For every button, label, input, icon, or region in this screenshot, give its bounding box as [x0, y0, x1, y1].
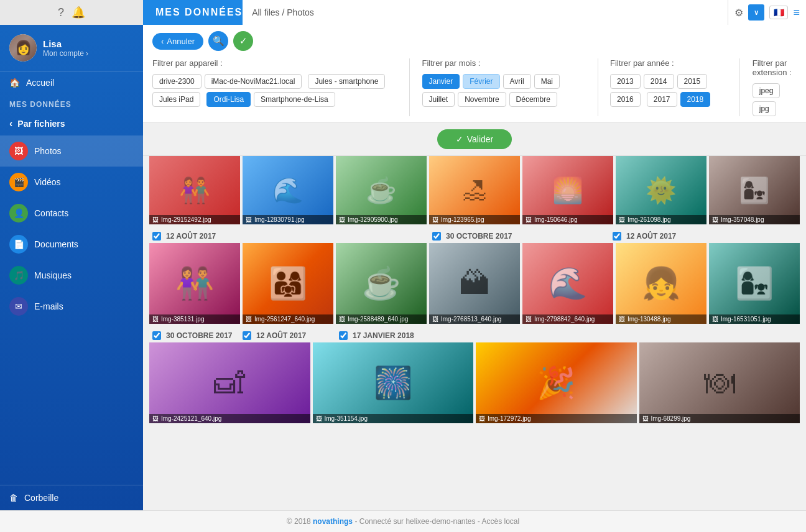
- photo-overlay: 🖼 Img-2798842_640.jpg: [522, 314, 613, 324]
- photo-item[interactable]: ☕ 🖼 Img-32905900.jpg: [336, 156, 427, 224]
- top-bar: ? 🔔 MES DONNÉES All files / Photos ⚙ ∨ 🇫…: [0, 0, 806, 25]
- photo-item[interactable]: 🛋 🖼 Img-2425121_640.jpg: [149, 342, 310, 423]
- month-tag-nov[interactable]: Novembre: [458, 92, 506, 107]
- photo-item[interactable]: 🌊 🖼 Img-12830791.jpg: [243, 156, 333, 224]
- month-tag-apr[interactable]: Avril: [503, 74, 531, 89]
- photo-filename: Img-12830791.jpg: [254, 216, 305, 223]
- year-tag-2017[interactable]: 2017: [647, 92, 677, 107]
- trash-item[interactable]: 🗑 Corbeille: [0, 485, 143, 510]
- device-tag-ordi-lisa[interactable]: Ordi-Lisa: [206, 92, 251, 107]
- device-tag-imac[interactable]: iMac-de-NoviMac21.local: [205, 74, 302, 89]
- photo-item[interactable]: 👩‍👧 🖼 Img-16531051.jpg: [709, 243, 800, 324]
- user-name: Lisa: [43, 39, 88, 49]
- device-tag-drive[interactable]: drive-2300: [152, 74, 202, 89]
- photo-item[interactable]: 🌞 🖼 Img-261098.jpg: [616, 156, 706, 224]
- photo-item[interactable]: 👧 🖼 Img-130488.jpg: [616, 243, 706, 324]
- photo-filename: Img-172972.jpg: [488, 415, 531, 422]
- validate-button[interactable]: ✓ Valider: [437, 129, 512, 149]
- date-checkbox[interactable]: [243, 331, 251, 340]
- year-tag-2013[interactable]: 2013: [610, 74, 641, 89]
- sidebar-item-photos[interactable]: 🖼 Photos: [0, 135, 143, 167]
- date-checkbox[interactable]: [152, 232, 161, 241]
- videos-label: Vidéos: [34, 177, 61, 187]
- photo-overlay: 🖼 Img-385131.jpg: [149, 314, 240, 324]
- date-header-aug-2017-c: 12 AOÛT 2017: [239, 326, 336, 342]
- photo-icon: 🖼: [526, 316, 532, 323]
- device-tag-smartphone-lisa[interactable]: Smartphone-de-Lisa: [254, 92, 335, 107]
- check-button[interactable]: ✓: [233, 31, 253, 51]
- main-layout: 👩 Lisa Mon compte › 🏠 Accueil MES DONNÉE…: [0, 25, 806, 510]
- sidebar-item-accueil[interactable]: 🏠 Accueil: [0, 71, 143, 94]
- sidebar-item-emails[interactable]: ✉ E-mails: [0, 291, 143, 322]
- sidebar-item-musiques[interactable]: 🎵 Musiques: [0, 260, 143, 291]
- photo-item[interactable]: 🌊 🖼 Img-2798842_640.jpg: [522, 243, 613, 324]
- photo-item[interactable]: 👫 🖼 Img-385131.jpg: [149, 243, 240, 324]
- year-tag-2018[interactable]: 2018: [680, 92, 711, 107]
- photo-row-3: 🛋 🖼 Img-2425121_640.jpg 🎆 🖼 Img-351154.j…: [149, 342, 800, 423]
- ext-tag-jpeg[interactable]: jpeg: [753, 83, 781, 98]
- photo-item[interactable]: 🏔 🖼 Img-2768513_640.jpg: [429, 243, 520, 324]
- photo-icon: 🖼: [479, 415, 485, 422]
- photo-icon: 🖼: [712, 316, 718, 323]
- sidebar-item-contacts[interactable]: 👤 Contacts: [0, 198, 143, 229]
- photo-item[interactable]: 🎆 🖼 Img-351154.jpg: [313, 342, 474, 423]
- par-fichiers-header[interactable]: ‹ Par fichiers: [0, 112, 143, 135]
- month-tag-dec[interactable]: Décembre: [509, 92, 557, 107]
- photo-icon: 🖼: [152, 415, 159, 422]
- lang-button[interactable]: ∨: [748, 4, 764, 21]
- photo-icon: 🖼: [339, 216, 345, 223]
- photo-item[interactable]: 👫 🖼 Img-29152492.jpg: [149, 156, 240, 224]
- flag-button[interactable]: 🇫🇷: [769, 6, 788, 19]
- photo-icon: 🖼: [152, 216, 159, 223]
- photo-filename: Img-385131.jpg: [161, 316, 205, 323]
- date-checkbox[interactable]: [339, 331, 348, 340]
- photo-overlay: 🖼 Img-130488.jpg: [616, 314, 706, 324]
- bell-icon[interactable]: 🔔: [72, 6, 85, 19]
- trash-icon: 🗑: [9, 493, 18, 503]
- month-tag-may[interactable]: Mai: [534, 74, 560, 89]
- photo-item[interactable]: ☕ 🖼 Img-2588489_640.jpg: [336, 243, 427, 324]
- sidebar-item-documents[interactable]: 📄 Documents: [0, 229, 143, 260]
- photos-label: Photos: [34, 146, 62, 156]
- photo-item[interactable]: 🏖 🖼 Img-123965.jpg: [429, 156, 520, 224]
- date-header-oct-2017-b: 30 OCTOBRE 2017: [149, 326, 239, 342]
- gear-icon[interactable]: ⚙: [734, 7, 743, 19]
- menu-icon[interactable]: ≡: [793, 6, 800, 19]
- year-tag-2016[interactable]: 2016: [610, 92, 641, 107]
- group-oct-b: 30 OCTOBRE 2017: [149, 326, 239, 342]
- filter-month-label: Filtrer par mois :: [422, 58, 585, 68]
- month-tag-jul[interactable]: Juillet: [422, 92, 455, 107]
- device-tag-jules-smartphone[interactable]: Jules - smartphone: [308, 74, 385, 89]
- month-tags: Janvier Février Avril Mai Juillet Novemb…: [422, 74, 585, 107]
- photo-overlay: 🖼 Img-2561247_640.jpg: [243, 314, 333, 324]
- help-icon[interactable]: ?: [58, 6, 64, 19]
- date-checkbox[interactable]: [432, 232, 441, 241]
- photo-grid: 👫 🖼 Img-29152492.jpg 🌊 🖼 Img-12830791.jp…: [143, 156, 806, 510]
- date-checkbox[interactable]: [152, 331, 161, 340]
- sidebar-item-videos[interactable]: 🎬 Vidéos: [0, 167, 143, 198]
- photo-item[interactable]: 👩‍👧 🖼 Img-357048.jpg: [709, 156, 800, 224]
- search-button[interactable]: 🔍: [208, 31, 228, 51]
- musiques-label: Musiques: [34, 270, 72, 280]
- device-tag-jules-ipad[interactable]: Jules iPad: [152, 92, 200, 107]
- year-tag-2015[interactable]: 2015: [677, 74, 708, 89]
- photo-item[interactable]: 🍽 🖼 Img-68299.jpg: [639, 342, 800, 423]
- photo-item[interactable]: 🌅 🖼 Img-150646.jpg: [522, 156, 613, 224]
- trash-label: Corbeille: [24, 493, 58, 503]
- cancel-button[interactable]: ‹ Annuler: [152, 33, 203, 50]
- photo-item[interactable]: 👨‍👩‍👧 🖼 Img-2561247_640.jpg: [243, 243, 333, 324]
- user-section[interactable]: 👩 Lisa Mon compte ›: [0, 25, 143, 71]
- filter-device-group: Filtrer par appareil : drive-2300 iMac-d…: [152, 58, 397, 107]
- year-tag-2014[interactable]: 2014: [644, 74, 674, 89]
- date-checkbox[interactable]: [613, 232, 621, 241]
- ext-tag-jpg[interactable]: jpg: [753, 101, 776, 116]
- device-tags: drive-2300 iMac-de-NoviMac21.local Jules…: [152, 74, 397, 107]
- month-tag-feb[interactable]: Février: [463, 74, 499, 89]
- sidebar: 👩 Lisa Mon compte › 🏠 Accueil MES DONNÉE…: [0, 25, 143, 510]
- photo-overlay: 🖼 Img-172972.jpg: [476, 414, 637, 423]
- month-tag-jan[interactable]: Janvier: [422, 74, 460, 89]
- contacts-label: Contacts: [34, 208, 68, 218]
- photo-icon: 🖼: [246, 216, 252, 223]
- photo-item[interactable]: 🎉 🖼 Img-172972.jpg: [476, 342, 637, 423]
- photo-icon: 🖼: [432, 316, 438, 323]
